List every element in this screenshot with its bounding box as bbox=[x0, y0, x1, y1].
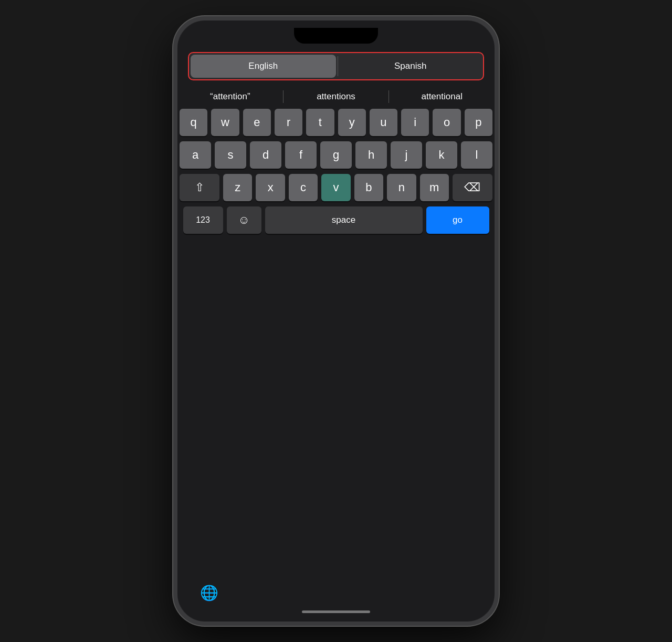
keyboard-rows: q w e r t y u i o p a s d f g bbox=[177, 109, 495, 579]
num-key[interactable]: 123 bbox=[183, 206, 223, 234]
lang-switcher: English Spanish bbox=[188, 52, 484, 80]
key-l[interactable]: l bbox=[461, 141, 492, 169]
autocomplete-item-2[interactable]: attentions bbox=[284, 89, 389, 104]
key-h[interactable]: h bbox=[355, 141, 387, 169]
key-b[interactable]: b bbox=[354, 174, 383, 201]
key-p[interactable]: p bbox=[465, 109, 492, 136]
key-g[interactable]: g bbox=[320, 141, 352, 169]
key-y[interactable]: y bbox=[338, 109, 366, 136]
space-key[interactable]: space bbox=[265, 206, 423, 234]
key-u[interactable]: u bbox=[370, 109, 397, 136]
key-c[interactable]: c bbox=[289, 174, 318, 201]
key-v[interactable]: v bbox=[321, 174, 350, 201]
key-k[interactable]: k bbox=[426, 141, 457, 169]
key-t[interactable]: t bbox=[306, 109, 334, 136]
key-e[interactable]: e bbox=[243, 109, 271, 136]
lang-switcher-wrapper: English Spanish bbox=[177, 47, 495, 85]
go-button[interactable]: go bbox=[426, 206, 489, 234]
key-row-2: a s d f g h j k l bbox=[180, 141, 492, 169]
key-w[interactable]: w bbox=[211, 109, 239, 136]
home-indicator bbox=[302, 610, 370, 613]
key-f[interactable]: f bbox=[285, 141, 317, 169]
key-d[interactable]: d bbox=[250, 141, 281, 169]
bottom-bar: 🌐 bbox=[177, 579, 495, 606]
key-n[interactable]: n bbox=[387, 174, 416, 201]
spanish-tab[interactable]: Spanish bbox=[338, 53, 484, 79]
key-row-4: 123 ☺ space go bbox=[180, 206, 492, 234]
key-a[interactable]: a bbox=[180, 141, 211, 169]
key-row-3: ⇧ z x c v b n m ⌫ bbox=[180, 174, 492, 201]
key-m[interactable]: m bbox=[420, 174, 449, 201]
autocomplete-item-3[interactable]: attentional bbox=[389, 89, 495, 104]
english-tab[interactable]: English bbox=[191, 55, 336, 78]
key-q[interactable]: q bbox=[180, 109, 207, 136]
key-o[interactable]: o bbox=[433, 109, 460, 136]
shift-key[interactable]: ⇧ bbox=[180, 174, 219, 201]
home-indicator-area bbox=[177, 606, 495, 622]
key-s[interactable]: s bbox=[215, 141, 246, 169]
key-j[interactable]: j bbox=[391, 141, 422, 169]
phone-frame: English Spanish “attention” attentions a… bbox=[173, 16, 499, 626]
keyboard-area: English Spanish “attention” attentions a… bbox=[177, 47, 495, 622]
key-row-1: q w e r t y u i o p bbox=[180, 109, 492, 136]
key-r[interactable]: r bbox=[275, 109, 302, 136]
notch bbox=[294, 28, 378, 44]
autocomplete-item-1[interactable]: “attention” bbox=[177, 89, 283, 104]
backspace-key[interactable]: ⌫ bbox=[453, 174, 492, 201]
key-i[interactable]: i bbox=[401, 109, 429, 136]
emoji-key[interactable]: ☺ bbox=[227, 206, 261, 234]
key-z[interactable]: z bbox=[223, 174, 252, 201]
globe-key[interactable]: 🌐 bbox=[188, 579, 230, 606]
autocomplete-bar: “attention” attentions attentional bbox=[177, 85, 495, 109]
key-x[interactable]: x bbox=[256, 174, 285, 201]
phone-screen: English Spanish “attention” attentions a… bbox=[177, 20, 495, 622]
notch-area bbox=[177, 20, 495, 47]
